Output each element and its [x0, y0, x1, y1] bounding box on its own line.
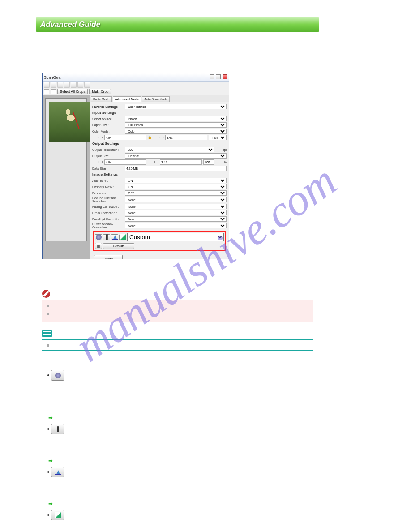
unsharp-select[interactable]: ON: [125, 184, 227, 189]
descreen-select[interactable]: OFF: [125, 190, 227, 196]
backlight-select[interactable]: None: [125, 216, 227, 222]
list-item: [47, 370, 313, 381]
source-select[interactable]: Platen: [125, 116, 227, 121]
preview-canvas[interactable]: [45, 98, 87, 241]
final-review-icon[interactable]: ▦: [95, 243, 102, 249]
color-adjust-box: Custom ▦ Defaults: [93, 231, 226, 251]
arrow-icon: ➡: [48, 458, 313, 464]
bullet-icon: [47, 313, 49, 315]
multi-crop-button[interactable]: Multi-Crop: [89, 89, 111, 94]
tool-icon[interactable]: [71, 82, 77, 88]
settings-pane: Basic Mode Advanced Mode Auto Scan Mode …: [90, 95, 229, 259]
histogram-icon[interactable]: [51, 467, 64, 477]
units-select[interactable]: inches: [209, 135, 227, 140]
list-item: [47, 424, 313, 434]
crop-toolbar: Select All Crops Multi-Crop: [43, 88, 229, 95]
bullet-icon: [47, 344, 49, 347]
divider: [41, 47, 312, 47]
favorite-label: Favorite Settings: [92, 105, 124, 108]
app-title: ScanGear: [44, 75, 62, 80]
toolbar: [43, 82, 229, 88]
header-bar: Advanced Guide: [36, 17, 319, 32]
grain-select[interactable]: None: [125, 210, 227, 215]
tool-icon[interactable]: [77, 82, 83, 88]
scangear-window: ScanGear Select All Crops Multi-Crop Bas…: [42, 73, 229, 259]
arrow-icon: ➡: [48, 415, 313, 421]
window-controls[interactable]: [209, 74, 227, 80]
crop-tool-icon[interactable]: [44, 89, 49, 94]
datasize: [125, 166, 227, 171]
image-head: Image Settings: [92, 172, 227, 176]
res-select[interactable]: 300: [125, 147, 214, 152]
input-head: Input Settings: [92, 111, 227, 115]
important-icon: [42, 290, 50, 298]
list-item: [47, 510, 313, 520]
tab-advanced[interactable]: Advanced Mode: [113, 96, 141, 102]
saturation-icon[interactable]: [95, 234, 102, 240]
brightness-icon[interactable]: [103, 234, 110, 240]
tab-basic[interactable]: Basic Mode: [91, 96, 112, 102]
saturation-balance-icon[interactable]: [51, 370, 64, 381]
note-icon: [42, 330, 52, 337]
minimize-icon[interactable]: [210, 74, 214, 79]
auto-tone-select[interactable]: ON: [125, 178, 227, 183]
preview-pane: [43, 95, 90, 259]
out-pct[interactable]: [203, 159, 214, 165]
important-box: [42, 290, 313, 322]
tool-icon[interactable]: [51, 82, 56, 88]
tab-auto[interactable]: Auto Scan Mode: [142, 96, 170, 102]
arrow-icon: ➡: [48, 501, 313, 507]
header-title: Advanced Guide: [40, 20, 100, 29]
out-w[interactable]: [104, 159, 146, 165]
fading-select[interactable]: None: [125, 204, 227, 209]
custom-select[interactable]: Custom: [127, 233, 224, 241]
tool-icon[interactable]: [57, 82, 63, 88]
gutter-select[interactable]: None: [125, 223, 227, 228]
tone-curve-icon[interactable]: [51, 510, 64, 520]
out-h[interactable]: [160, 159, 202, 165]
in-h[interactable]: [165, 135, 207, 140]
adjust-list: ➡ ➡ ➡: [42, 370, 313, 522]
paper-select[interactable]: Full Platen: [125, 122, 227, 128]
tone-curve-icon[interactable]: [119, 234, 126, 240]
list-item: [47, 467, 313, 477]
brightness-contrast-icon[interactable]: [51, 424, 64, 434]
dust-select[interactable]: None: [125, 197, 227, 202]
outsize-select[interactable]: Flexible: [125, 153, 227, 159]
output-head: Output Settings: [92, 142, 227, 146]
color-select[interactable]: Color: [125, 129, 227, 134]
select-all-crops-button[interactable]: Select All Crops: [57, 89, 88, 94]
bullet-icon: [47, 305, 49, 307]
tool-icon[interactable]: [44, 82, 50, 88]
maximize-icon[interactable]: [216, 74, 221, 79]
in-w[interactable]: [104, 135, 146, 140]
histogram-icon[interactable]: [111, 234, 118, 240]
crop-tool-icon[interactable]: [51, 89, 56, 94]
favorite-select[interactable]: User defined: [125, 104, 227, 109]
lock-icon[interactable]: 🔒: [148, 136, 152, 139]
tool-icon[interactable]: [64, 82, 70, 88]
mode-tabs: Basic Mode Advanced Mode Auto Scan Mode: [90, 95, 229, 102]
zoom-button[interactable]: Zoom: [94, 255, 123, 259]
close-icon[interactable]: [223, 74, 227, 79]
titlebar: ScanGear: [43, 73, 229, 82]
defaults-button[interactable]: Defaults: [103, 243, 134, 249]
help-icon[interactable]: [84, 82, 90, 88]
note-box: [42, 330, 313, 351]
